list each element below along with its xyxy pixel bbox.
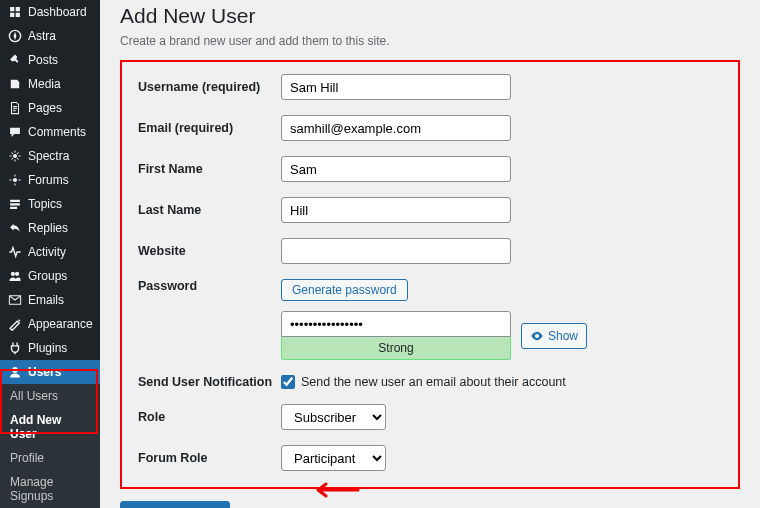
pages-icon [8, 101, 22, 115]
sidebar-sub-manage-signups[interactable]: Manage Signups [0, 470, 100, 508]
sidebar-item-label: Activity [28, 245, 66, 259]
appearance-icon [8, 317, 22, 331]
website-input[interactable] [281, 238, 511, 264]
sidebar-item-label: Plugins [28, 341, 67, 355]
sidebar-item-emails[interactable]: Emails [0, 288, 100, 312]
password-label: Password [138, 279, 281, 293]
username-input[interactable] [281, 74, 511, 100]
sidebar-submenu-users: All Users Add New User Profile Manage Si… [0, 384, 100, 508]
sidebar-item-label: Users [28, 365, 61, 379]
show-password-label: Show [548, 329, 578, 343]
lastname-input[interactable] [281, 197, 511, 223]
svg-point-2 [13, 178, 17, 182]
topics-icon [8, 197, 22, 211]
sidebar-item-label: Spectra [28, 149, 69, 163]
sidebar-item-label: Appearance [28, 317, 93, 331]
sidebar-item-groups[interactable]: Groups [0, 264, 100, 288]
sidebar-sub-add-new-user[interactable]: Add New User [0, 408, 100, 446]
show-password-button[interactable]: Show [521, 323, 587, 349]
notify-label: Send User Notification [138, 375, 281, 389]
sidebar-item-spectra[interactable]: Spectra [0, 144, 100, 168]
sidebar-item-replies[interactable]: Replies [0, 216, 100, 240]
username-label: Username (required) [138, 80, 281, 94]
email-label: Email (required) [138, 121, 281, 135]
notify-checkbox[interactable] [281, 375, 295, 389]
sidebar-item-posts[interactable]: Posts [0, 48, 100, 72]
website-label: Website [138, 244, 281, 258]
lastname-label: Last Name [138, 203, 281, 217]
sidebar-item-label: Forums [28, 173, 69, 187]
comments-icon [8, 125, 22, 139]
main-content: Add New User Create a brand new user and… [100, 0, 760, 508]
sidebar-item-label: Dashboard [28, 5, 87, 19]
sidebar-item-label: Comments [28, 125, 86, 139]
emails-icon [8, 293, 22, 307]
sidebar-item-label: Replies [28, 221, 68, 235]
astra-icon [8, 29, 22, 43]
page-description: Create a brand new user and add them to … [120, 34, 740, 48]
pin-icon [8, 53, 22, 67]
sidebar-item-label: Groups [28, 269, 67, 283]
sidebar-sub-all-users[interactable]: All Users [0, 384, 100, 408]
firstname-input[interactable] [281, 156, 511, 182]
users-icon [8, 365, 22, 379]
spectra-icon [8, 149, 22, 163]
replies-icon [8, 221, 22, 235]
sidebar-item-label: Astra [28, 29, 56, 43]
generate-password-button[interactable]: Generate password [281, 279, 408, 301]
password-strength: Strong [281, 337, 511, 360]
svg-point-3 [11, 272, 15, 276]
role-select[interactable]: Subscriber [281, 404, 386, 430]
sidebar-item-label: Emails [28, 293, 64, 307]
sidebar-item-plugins[interactable]: Plugins [0, 336, 100, 360]
plugins-icon [8, 341, 22, 355]
firstname-label: First Name [138, 162, 281, 176]
dashboard-icon [8, 5, 22, 19]
activity-icon [8, 245, 22, 259]
eye-icon [530, 329, 544, 343]
sidebar-item-label: Pages [28, 101, 62, 115]
sidebar-item-label: Topics [28, 197, 62, 211]
svg-point-1 [13, 154, 17, 158]
sidebar-sub-profile[interactable]: Profile [0, 446, 100, 470]
sidebar-item-forums[interactable]: Forums [0, 168, 100, 192]
sidebar-item-users[interactable]: Users [0, 360, 100, 384]
forums-icon [8, 173, 22, 187]
sidebar-item-label: Posts [28, 53, 58, 67]
add-user-form: Username (required) Email (required) Fir… [120, 60, 740, 489]
notify-checkbox-wrap[interactable]: Send the new user an email about their a… [281, 375, 722, 389]
forum-role-select[interactable]: Participant [281, 445, 386, 471]
notify-text: Send the new user an email about their a… [301, 375, 566, 389]
groups-icon [8, 269, 22, 283]
svg-point-5 [12, 367, 18, 373]
add-new-user-button[interactable]: Add New User [120, 501, 230, 508]
sidebar-item-label: Media [28, 77, 61, 91]
media-icon [8, 77, 22, 91]
email-input[interactable] [281, 115, 511, 141]
page-title: Add New User [120, 4, 740, 28]
annotation-arrow-icon [310, 480, 360, 500]
sidebar-item-astra[interactable]: Astra [0, 24, 100, 48]
sidebar-item-topics[interactable]: Topics [0, 192, 100, 216]
sidebar-item-activity[interactable]: Activity [0, 240, 100, 264]
admin-sidebar: Dashboard Astra Posts Media Pages Commen… [0, 0, 100, 508]
forum-role-label: Forum Role [138, 451, 281, 465]
password-input[interactable] [281, 311, 511, 337]
sidebar-item-comments[interactable]: Comments [0, 120, 100, 144]
sidebar-item-media[interactable]: Media [0, 72, 100, 96]
sidebar-item-appearance[interactable]: Appearance [0, 312, 100, 336]
svg-point-4 [15, 272, 19, 276]
sidebar-item-pages[interactable]: Pages [0, 96, 100, 120]
role-label: Role [138, 410, 281, 424]
sidebar-item-dashboard[interactable]: Dashboard [0, 0, 100, 24]
